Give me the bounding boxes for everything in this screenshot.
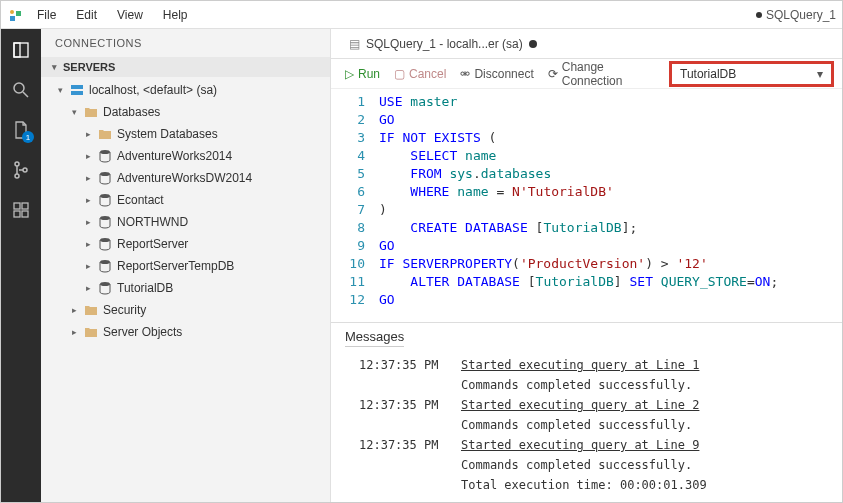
chevron-right-icon: ▸ — [83, 239, 93, 249]
message-text: Total execution time: 00:00:01.309 — [461, 475, 707, 495]
database-icon — [97, 214, 113, 230]
database-label: ReportServerTempDB — [117, 259, 234, 273]
server-node[interactable]: ▾ localhost, <default> (sa) — [41, 79, 330, 101]
svg-rect-4 — [14, 43, 20, 57]
change-connection-button[interactable]: ⟳ Change Connection — [542, 58, 661, 90]
cancel-button[interactable]: ▢ Cancel — [388, 65, 452, 83]
svg-rect-15 — [71, 91, 83, 95]
database-label: AdventureWorks2014 — [117, 149, 232, 163]
folder-icon — [83, 104, 99, 120]
code-content[interactable]: USE master GO IF NOT EXISTS ( SELECT nam… — [379, 89, 778, 322]
activity-file-icon[interactable]: 1 — [10, 119, 32, 141]
activity-servers-icon[interactable] — [10, 39, 32, 61]
svg-rect-13 — [22, 211, 28, 217]
svg-point-22 — [100, 282, 110, 286]
database-node[interactable]: ▸TutorialDB — [41, 277, 330, 299]
server-icon — [69, 82, 85, 98]
activity-source-control-icon[interactable] — [10, 159, 32, 181]
message-link[interactable]: Started executing query at Line 1 — [461, 355, 699, 375]
database-node[interactable]: ▸NORTHWND — [41, 211, 330, 233]
folder-icon — [83, 302, 99, 318]
activity-extensions-icon[interactable] — [10, 199, 32, 221]
menu-edit[interactable]: Edit — [68, 6, 105, 24]
database-node[interactable]: ▸Econtact — [41, 189, 330, 211]
system-databases-folder[interactable]: ▸System Databases — [41, 123, 330, 145]
menu-file[interactable]: File — [29, 6, 64, 24]
message-row: 12:37:35 PMStarted executing query at Li… — [359, 395, 828, 415]
stop-icon: ▢ — [394, 67, 405, 81]
chevron-right-icon: ▸ — [83, 195, 93, 205]
messages-title: Messages — [345, 329, 404, 347]
database-label: NORTHWND — [117, 215, 188, 229]
message-text: Commands completed successfully. — [461, 415, 692, 435]
svg-point-18 — [100, 194, 110, 198]
message-time — [359, 475, 443, 495]
svg-rect-14 — [71, 85, 83, 89]
message-time — [359, 415, 443, 435]
disconnect-button[interactable]: ⚮ Disconnect — [454, 65, 539, 83]
message-row: Commands completed successfully. — [359, 455, 828, 475]
change-connection-label: Change Connection — [562, 60, 655, 88]
connection-tree: ▾ localhost, <default> (sa) ▾ Databases … — [41, 77, 330, 502]
server-objects-label: Server Objects — [103, 325, 182, 339]
svg-point-2 — [10, 10, 14, 14]
server-objects-folder[interactable]: ▸ Server Objects — [41, 321, 330, 343]
svg-point-17 — [100, 172, 110, 176]
svg-rect-1 — [16, 11, 21, 16]
editor-tab[interactable]: ▤ SQLQuery_1 - localh...er (sa) — [339, 29, 547, 58]
menu-help[interactable]: Help — [155, 6, 196, 24]
chevron-down-icon: ▾ — [817, 67, 823, 81]
svg-point-7 — [15, 162, 19, 166]
message-link[interactable]: Started executing query at Line 9 — [461, 435, 699, 455]
message-text: Commands completed successfully. — [461, 375, 692, 395]
chevron-right-icon: ▸ — [83, 261, 93, 271]
editor-area: ▤ SQLQuery_1 - localh...er (sa) ▷ Run ▢ … — [331, 29, 842, 502]
security-folder[interactable]: ▸ Security — [41, 299, 330, 321]
database-node[interactable]: ▸AdventureWorksDW2014 — [41, 167, 330, 189]
database-node[interactable]: ▸ReportServerTempDB — [41, 255, 330, 277]
servers-header[interactable]: ▾ SERVERS — [41, 57, 330, 77]
menu-view[interactable]: View — [109, 6, 151, 24]
chevron-right-icon: ▸ — [83, 283, 93, 293]
chevron-right-icon: ▸ — [69, 327, 79, 337]
message-time — [359, 375, 443, 395]
message-time: 12:37:35 PM — [359, 435, 443, 455]
run-label: Run — [358, 67, 380, 81]
message-link[interactable]: Started executing query at Line 2 — [461, 395, 699, 415]
database-node[interactable]: ▸ReportServer — [41, 233, 330, 255]
code-editor[interactable]: 123456789101112 USE master GO IF NOT EXI… — [331, 89, 842, 322]
titlebar-doc-label: SQLQuery_1 — [756, 8, 836, 22]
database-icon — [97, 258, 113, 274]
svg-rect-11 — [22, 203, 28, 209]
database-node[interactable]: ▸AdventureWorks2014 — [41, 145, 330, 167]
dirty-dot-icon — [529, 40, 537, 48]
query-toolbar: ▷ Run ▢ Cancel ⚮ Disconnect ⟳ Change Con… — [331, 59, 842, 89]
message-time — [359, 455, 443, 475]
message-row: Commands completed successfully. — [359, 375, 828, 395]
chevron-right-icon: ▸ — [83, 151, 93, 161]
chevron-down-icon: ▾ — [49, 62, 59, 72]
chevron-right-icon: ▸ — [83, 217, 93, 227]
database-selector[interactable]: TutorialDB ▾ — [669, 61, 834, 87]
svg-point-16 — [100, 150, 110, 154]
play-icon: ▷ — [345, 67, 354, 81]
security-label: Security — [103, 303, 146, 317]
database-icon — [97, 170, 113, 186]
message-row: 12:37:35 PMStarted executing query at Li… — [359, 355, 828, 375]
folder-icon — [97, 126, 113, 142]
database-label: TutorialDB — [117, 281, 173, 295]
activity-search-icon[interactable] — [10, 79, 32, 101]
svg-rect-12 — [14, 211, 20, 217]
database-icon — [97, 236, 113, 252]
svg-point-20 — [100, 238, 110, 242]
run-button[interactable]: ▷ Run — [339, 65, 386, 83]
tab-label: SQLQuery_1 - localh...er (sa) — [366, 37, 523, 51]
dirty-dot-icon — [756, 12, 762, 18]
disconnect-label: Disconnect — [474, 67, 533, 81]
databases-label: Databases — [103, 105, 160, 119]
databases-folder[interactable]: ▾ Databases — [41, 101, 330, 123]
chevron-down-icon: ▾ — [69, 107, 79, 117]
titlebar: File Edit View Help SQLQuery_1 — [1, 1, 842, 29]
svg-line-6 — [23, 92, 28, 97]
svg-point-5 — [14, 83, 24, 93]
